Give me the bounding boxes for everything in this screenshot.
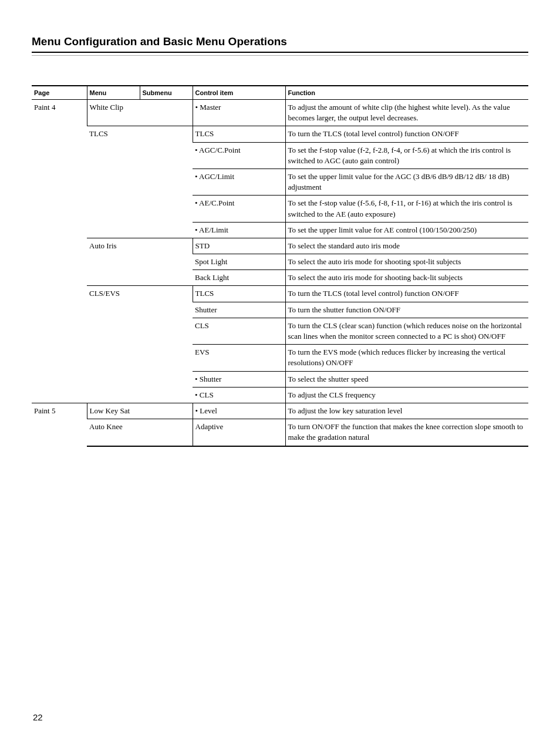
cell-menu: Auto Iris — [87, 238, 193, 286]
th-menu: Menu — [87, 86, 140, 100]
cell-function: To turn the EVS mode (which reduces flic… — [285, 345, 528, 371]
cell-control: Shutter — [193, 302, 285, 318]
page-number: 22 — [33, 712, 43, 722]
cell-function: To select the standard auto iris mode — [285, 238, 528, 254]
cell-control: CLS — [193, 318, 285, 344]
cell-menu: TLCS — [87, 126, 193, 238]
cell-control: Adaptive — [193, 419, 285, 446]
cell-page: Paint 5 — [32, 403, 87, 446]
cell-page: Paint 4 — [32, 100, 87, 403]
table-row: Auto KneeAdaptiveTo turn ON/OFF the func… — [32, 419, 528, 446]
th-function: Function — [285, 86, 528, 100]
cell-function: To select the auto iris mode for shootin… — [285, 254, 528, 270]
cell-control: EVS — [193, 345, 285, 371]
cell-function: To turn the CLS (clear scan) function (w… — [285, 318, 528, 344]
cell-function: To adjust the amount of white clip (the … — [285, 100, 528, 126]
cell-control: • CLS — [193, 387, 285, 403]
table-row: Paint 4White Clip• MasterTo adjust the a… — [32, 100, 528, 126]
cell-function: To set the upper limit value for the AGC… — [285, 169, 528, 195]
th-control: Control item — [193, 86, 285, 100]
cell-control: • AGC/Limit — [193, 169, 285, 195]
cell-control: • AGC/C.Point — [193, 142, 285, 169]
cell-function: To turn the shutter function ON/OFF — [285, 302, 528, 318]
cell-control: • Master — [193, 100, 285, 126]
cell-function: To turn the TLCS (total level control) f… — [285, 286, 528, 302]
cell-function: To set the upper limit value for AE cont… — [285, 222, 528, 238]
cell-control: • Shutter — [193, 371, 285, 387]
cell-control: TLCS — [193, 126, 285, 142]
cell-function: To select the auto iris mode for shootin… — [285, 270, 528, 286]
cell-function: To adjust the CLS frequency — [285, 387, 528, 403]
table-row: CLS/EVSTLCSTo turn the TLCS (total level… — [32, 286, 528, 302]
cell-control: • AE/Limit — [193, 222, 285, 238]
title-rule-thick — [32, 52, 528, 53]
cell-function: To turn the TLCS (total level control) f… — [285, 126, 528, 142]
cell-control: Spot Light — [193, 254, 285, 270]
cell-control: • Level — [193, 403, 285, 419]
menu-table: Page Menu Submenu Control item Function … — [32, 85, 528, 447]
cell-menu: CLS/EVS — [87, 286, 193, 403]
cell-control: STD — [193, 238, 285, 254]
th-submenu: Submenu — [140, 86, 193, 100]
page-title: Menu Configuration and Basic Menu Operat… — [32, 35, 528, 48]
cell-control: Back Light — [193, 270, 285, 286]
table-row: TLCSTLCSTo turn the TLCS (total level co… — [32, 126, 528, 142]
table-row: Paint 5Low Key Sat• LevelTo adjust the l… — [32, 403, 528, 419]
cell-function: To adjust the low key saturation level — [285, 403, 528, 419]
cell-function: To select the shutter speed — [285, 371, 528, 387]
cell-menu: Low Key Sat — [87, 403, 193, 419]
cell-menu: White Clip — [87, 100, 193, 126]
cell-menu: Auto Knee — [87, 419, 193, 446]
cell-control: TLCS — [193, 286, 285, 302]
table-row: Auto IrisSTDTo select the standard auto … — [32, 238, 528, 254]
table-body: Paint 4White Clip• MasterTo adjust the a… — [32, 100, 528, 446]
th-page: Page — [32, 86, 87, 100]
cell-function: To set the f-stop value (f-2, f-2.8, f-4… — [285, 142, 528, 169]
cell-function: To set the f-stop value (f-5.6, f-8, f-1… — [285, 196, 528, 222]
title-rule-thin — [32, 55, 528, 56]
cell-control: • AE/C.Point — [193, 196, 285, 222]
table-header-row: Page Menu Submenu Control item Function — [32, 86, 528, 100]
cell-function: To turn ON/OFF the function that makes t… — [285, 419, 528, 446]
